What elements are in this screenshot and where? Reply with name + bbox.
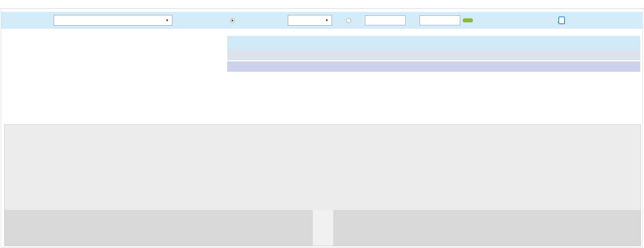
- csv-file-icon: [558, 17, 565, 24]
- to-date-input[interactable]: [419, 15, 460, 25]
- simile-timeline-widget: [4, 124, 641, 246]
- availability-pie-chart: [80, 37, 147, 104]
- breadcrumb: [0, 0, 644, 9]
- custom-period-radio[interactable]: [346, 18, 351, 23]
- export-csv-link[interactable]: [558, 17, 568, 24]
- chevron-down-icon: ▼: [325, 18, 329, 22]
- chevron-down-icon: ▼: [165, 18, 169, 22]
- apply-button[interactable]: [463, 18, 473, 22]
- reporting-interval-select[interactable]: ▼: [288, 15, 332, 26]
- from-date-input[interactable]: [365, 15, 406, 25]
- business-activity-select[interactable]: ▼: [54, 15, 172, 26]
- states-table-title: [227, 36, 640, 50]
- states-table-header-row: [227, 50, 640, 60]
- timeline-overview-band[interactable]: [5, 210, 641, 246]
- toolbar: ▼ ▼: [1, 12, 642, 29]
- reporting-interval-radio[interactable]: [230, 18, 235, 23]
- business-activity-states-table: [227, 36, 640, 72]
- states-table-total-row: [227, 61, 640, 72]
- timeline-viewport-highlight: [313, 210, 333, 246]
- timeline-detail-band[interactable]: [5, 125, 641, 210]
